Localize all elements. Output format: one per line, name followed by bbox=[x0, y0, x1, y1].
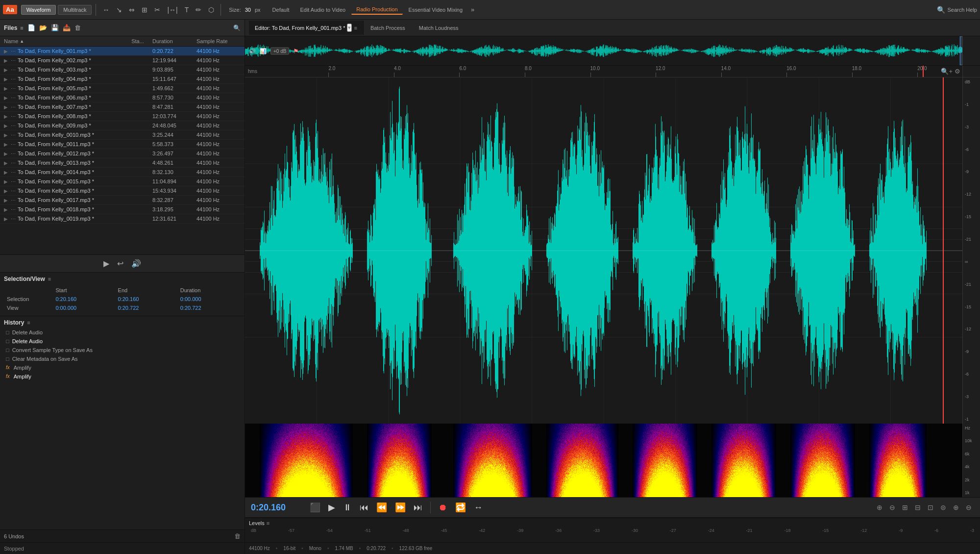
editor-tab-active[interactable]: Editor: To Dad, From Kelly_001.mp3 * ▾ ≡ bbox=[249, 21, 364, 35]
file-row[interactable]: ▶ ⋯ To Dad, From Kelly_002.mp3 * 12:19.9… bbox=[0, 56, 245, 65]
transport-toend-button[interactable]: ⏭ bbox=[412, 502, 424, 514]
marquee-tool-button[interactable]: ⊞ bbox=[139, 4, 150, 15]
transport-sync-button[interactable]: ↔ bbox=[472, 502, 485, 514]
file-row[interactable]: ▶ ⋯ To Dad, From Kelly_008.mp3 * 12:03.7… bbox=[0, 112, 245, 121]
transport-stop-button[interactable]: ⬛ bbox=[308, 501, 322, 514]
mini-db-button[interactable]: +0 dB bbox=[270, 47, 289, 54]
sv-view-start[interactable]: 0:00.000 bbox=[53, 304, 115, 312]
file-row[interactable]: ▶ ⋯ To Dad, From Kelly_0015.mp3 * 11:04.… bbox=[0, 177, 245, 186]
zoom-in-time-button[interactable]: ⊕ bbox=[874, 503, 885, 512]
file-duration: 1:49.662 bbox=[152, 85, 196, 91]
history-item[interactable]: fxAmplify bbox=[4, 372, 241, 381]
transport-forward-button[interactable]: ⏩ bbox=[393, 501, 408, 514]
slip-tool-button[interactable]: |↔| bbox=[165, 4, 180, 15]
ruler-settings-button[interactable]: ⚙ bbox=[955, 68, 960, 75]
file-row[interactable]: ▶ ⋯ To Dad, From Kelly_0011.mp3 * 5:58.3… bbox=[0, 140, 245, 149]
col-name-header[interactable]: Name ▲ bbox=[4, 38, 123, 44]
file-expand-icon: ▶ bbox=[4, 198, 9, 203]
history-item[interactable]: □Delete Audio bbox=[4, 337, 241, 346]
history-item[interactable]: □Delete Audio bbox=[4, 328, 241, 337]
zoom-to-selection-button[interactable]: ⊜ bbox=[938, 503, 949, 512]
multitrack-mode-button[interactable]: Multitrack bbox=[58, 5, 92, 15]
waveform-mode-button[interactable]: Waveform bbox=[21, 5, 56, 15]
file-row[interactable]: ▶ ⋯ To Dad, From Kelly_0016.mp3 * 15:43.… bbox=[0, 186, 245, 196]
file-row[interactable]: ▶ ⋯ To Dad, From Kelly_006.mp3 * 8:57.73… bbox=[0, 93, 245, 102]
transport-loop-button[interactable]: 🔁 bbox=[453, 501, 468, 514]
workspace-radio-production[interactable]: Radio Production bbox=[351, 5, 402, 15]
search-help-text[interactable]: Search Help bbox=[947, 7, 977, 13]
sv-sel-dur[interactable]: 0:00.000 bbox=[178, 295, 240, 303]
clear-history-button[interactable]: 🗑 bbox=[234, 532, 241, 540]
file-row[interactable]: ▶ ⋯ To Dad, From Kelly_0012.mp3 * 3:26.4… bbox=[0, 149, 245, 158]
time-selection-button[interactable]: ⇔ bbox=[126, 4, 137, 15]
transport-play-button[interactable]: ▶ bbox=[326, 501, 337, 514]
file-row[interactable]: ▶ ⋯ To Dad, From Kelly_0014.mp3 * 8:32.1… bbox=[0, 168, 245, 177]
col-samplerate-header[interactable]: Sample Rate bbox=[196, 38, 241, 44]
file-row[interactable]: ▶ ⋯ To Dad, From Kelly_001.mp3 * 0:20.72… bbox=[0, 47, 245, 56]
file-row[interactable]: ▶ ⋯ To Dad, From Kelly_0017.mp3 * 8:32.2… bbox=[0, 196, 245, 205]
file-row[interactable]: ▶ ⋯ To Dad, From Kelly_004.mp3 * 15:11.6… bbox=[0, 75, 245, 84]
file-row[interactable]: ▶ ⋯ To Dad, From Kelly_0018.mp3 * 3:18.2… bbox=[0, 205, 245, 214]
zoom-out-time-button[interactable]: ⊖ bbox=[887, 503, 898, 512]
zoom-out-amp-button[interactable]: ⊖ bbox=[963, 503, 974, 512]
mini-waveform-canvas[interactable] bbox=[245, 36, 980, 65]
files-menu-button[interactable]: ≡ bbox=[20, 25, 23, 31]
ruler-zoom-in-button[interactable]: 🔍+ bbox=[941, 68, 953, 75]
file-row[interactable]: ▶ ⋯ To Dad, From Kelly_0010.mp3 * 3:25.2… bbox=[0, 130, 245, 140]
files-save-button[interactable]: 💾 bbox=[50, 23, 60, 32]
sv-sel-end[interactable]: 0:20.160 bbox=[116, 295, 177, 303]
files-volume-button[interactable]: 🔊 bbox=[131, 259, 141, 268]
levels-menu-button[interactable]: ≡ bbox=[267, 520, 270, 526]
spectrogram-canvas[interactable] bbox=[245, 424, 962, 497]
history-item[interactable]: fxAmplify bbox=[4, 363, 241, 372]
files-new-button[interactable]: 📄 bbox=[26, 23, 36, 32]
transport-pause-button[interactable]: ⏸ bbox=[341, 502, 354, 514]
workspace-more-button[interactable]: » bbox=[468, 5, 477, 14]
file-row[interactable]: ▶ ⋯ To Dad, From Kelly_0019.mp3 * 12:31.… bbox=[0, 214, 245, 224]
file-row[interactable]: ▶ ⋯ To Dad, From Kelly_0013.mp3 * 4:48.2… bbox=[0, 158, 245, 168]
level-scale-value: dB bbox=[251, 528, 256, 533]
zoom-in-amp-button[interactable]: ⊕ bbox=[951, 503, 961, 512]
bottom-status-bar: 6 Undos 🗑 bbox=[0, 529, 245, 542]
files-loop-button[interactable]: ↩ bbox=[117, 259, 123, 268]
file-row[interactable]: ▶ ⋯ To Dad, From Kelly_003.mp3 * 9:03.89… bbox=[0, 65, 245, 75]
brush-tool-button[interactable]: ⬡ bbox=[206, 4, 217, 15]
history-menu-button[interactable]: ≡ bbox=[27, 320, 30, 326]
text-tool-button[interactable]: T bbox=[182, 4, 192, 15]
sv-view-end[interactable]: 0:20.722 bbox=[116, 304, 177, 312]
transport-tostart-button[interactable]: ⏮ bbox=[358, 502, 370, 514]
sv-view-dur[interactable]: 0:20.722 bbox=[178, 304, 240, 312]
sv-menu-button[interactable]: ≡ bbox=[48, 276, 51, 282]
pencil-tool-button[interactable]: ✏ bbox=[193, 4, 204, 15]
editor-tab-close[interactable]: ▾ bbox=[347, 24, 352, 32]
move-tool-button[interactable]: ↔ bbox=[100, 4, 112, 15]
razor-tool-button[interactable]: ✂ bbox=[152, 4, 163, 15]
file-row[interactable]: ▶ ⋯ To Dad, From Kelly_009.mp3 * 24:48.0… bbox=[0, 121, 245, 130]
files-play-button[interactable]: ▶ bbox=[103, 259, 109, 268]
zoom-out-full-button[interactable]: ⊟ bbox=[912, 503, 923, 512]
selection-tool-button[interactable]: ↘ bbox=[114, 4, 124, 15]
editor-tab-menu[interactable]: ≡ bbox=[354, 25, 357, 31]
workspace-default[interactable]: Default bbox=[268, 5, 294, 14]
history-item[interactable]: □Convert Sample Type on Save As bbox=[4, 346, 241, 354]
file-row[interactable]: ▶ ⋯ To Dad, From Kelly_005.mp3 * 1:49.66… bbox=[0, 84, 245, 93]
transport-record-button[interactable]: ⏺ bbox=[437, 502, 449, 514]
sv-sel-start[interactable]: 0:20.160 bbox=[53, 295, 115, 303]
batch-process-tab[interactable]: Batch Process bbox=[364, 22, 412, 34]
transport-rewind-button[interactable]: ⏪ bbox=[374, 501, 389, 514]
history-item[interactable]: □Clear Metadata on Save As bbox=[4, 354, 241, 363]
col-duration-header[interactable]: Duration bbox=[152, 38, 196, 44]
match-loudness-tab[interactable]: Match Loudness bbox=[412, 22, 466, 34]
files-open-button[interactable]: 📂 bbox=[38, 23, 48, 32]
zoom-selection-button[interactable]: ⊡ bbox=[925, 503, 936, 512]
workspace-video-mixing[interactable]: Essential Video Mixing bbox=[404, 5, 467, 14]
files-import-button[interactable]: 📥 bbox=[62, 23, 72, 32]
ruler-marks-area[interactable]: 2.04.06.08.010.012.014.016.018.020.0 bbox=[263, 66, 941, 77]
files-delete-button[interactable]: 🗑 bbox=[74, 23, 82, 32]
waveform-canvas-area[interactable] bbox=[245, 77, 962, 424]
workspace-edit-audio[interactable]: Edit Audio to Video bbox=[295, 5, 350, 14]
zoom-in-full-button[interactable]: ⊞ bbox=[900, 503, 910, 512]
spectrogram-canvas-area[interactable] bbox=[245, 424, 962, 497]
col-status-header[interactable]: Sta... bbox=[123, 38, 152, 44]
file-row[interactable]: ▶ ⋯ To Dad, From Kelly_007.mp3 * 8:47.28… bbox=[0, 102, 245, 112]
